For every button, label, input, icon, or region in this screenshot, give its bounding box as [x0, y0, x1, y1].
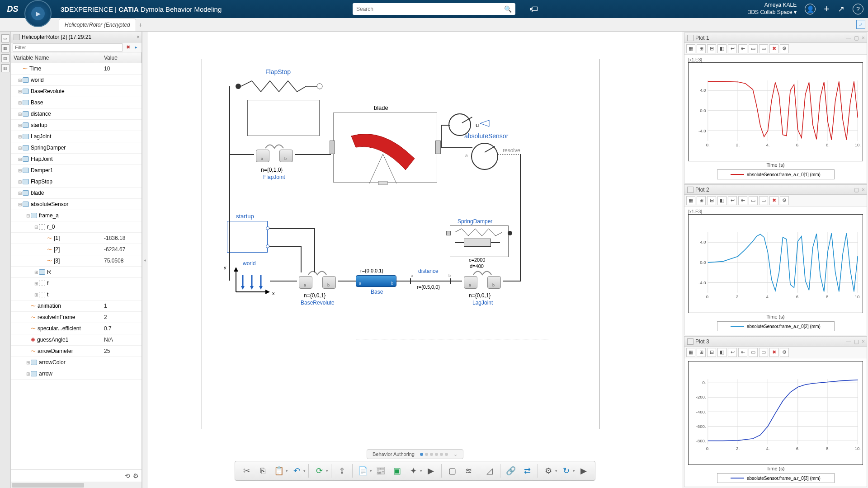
plot-tool-2[interactable]: ⊟ [707, 44, 716, 53]
plot-body[interactable]: 0.-200.-400.-600.-800.0.2.4.6.8.10.Time … [684, 358, 867, 487]
close-icon[interactable]: × [137, 34, 140, 40]
tab-helicopterrotor[interactable]: HelicopterRotor (Encrypted [59, 19, 136, 31]
tree-row[interactable]: ⊞blade [11, 188, 142, 199]
user-info[interactable]: Ameya KALE 3DS Collab Space ▾ [748, 2, 797, 16]
plot-tool-5[interactable]: ⇤ [738, 44, 747, 53]
check-button[interactable]: 📄 [355, 463, 371, 479]
reload-button[interactable]: ↻ [558, 463, 574, 479]
footer-icon-1[interactable]: ⟲ [125, 472, 130, 479]
tree-row[interactable]: ⊟r_0 [11, 221, 142, 233]
sync-button[interactable]: ⇄ [519, 463, 535, 479]
rail-btn-3[interactable]: ▤ [1, 54, 9, 62]
paste-button[interactable]: 📋 [271, 463, 287, 479]
lagjoint-block[interactable]: a b [462, 272, 503, 290]
maximize-icon[interactable]: ▢ [854, 187, 859, 193]
close-icon[interactable]: × [862, 35, 865, 41]
startup-block[interactable] [227, 221, 268, 253]
plot-tool-4[interactable]: ↩ [728, 196, 737, 205]
springdamper-block[interactable] [450, 225, 509, 257]
plot-tool-9[interactable]: ⚙ [780, 348, 789, 357]
play-button[interactable]: ▶ [423, 463, 439, 479]
plot-tool-4[interactable]: ↩ [728, 348, 737, 357]
export-button[interactable]: ⇪ [334, 463, 349, 479]
search-input[interactable] [356, 6, 504, 12]
plot-tool-6[interactable]: ▭ [749, 348, 758, 357]
plot-chart[interactable]: 4.00.0-4.00.2.4.6.8.10. [688, 62, 863, 161]
plot-tool-1[interactable]: ⊞ [697, 348, 706, 357]
rail-btn-1[interactable]: ▭ [1, 34, 9, 42]
tree-row[interactable]: ⊞Damper1 [11, 165, 142, 176]
filter-settings-icon[interactable]: ▸ [132, 44, 140, 51]
plot-tool-8[interactable]: ✖ [769, 348, 778, 357]
plot-tool-9[interactable]: ⚙ [780, 44, 789, 53]
layers-button[interactable]: ≋ [461, 463, 476, 479]
mode-dots[interactable] [419, 451, 449, 457]
tree-row[interactable]: ⊟absoluteSensor [11, 199, 142, 210]
filter-input[interactable] [13, 43, 123, 52]
plot-chart[interactable]: 0.-200.-400.-600.-800.0.2.4.6.8.10. [688, 361, 863, 465]
world-block[interactable] [227, 267, 272, 299]
tree-row[interactable]: ⊞Base [11, 97, 142, 108]
plot-tool-2[interactable]: ⊟ [707, 196, 716, 205]
tree-row[interactable]: 〜[2]-6234.67 [11, 244, 142, 255]
distance-block[interactable] [410, 278, 451, 284]
help-icon[interactable]: ? [853, 4, 863, 14]
tree-row[interactable]: 〜[1]-1836.18 [11, 233, 142, 244]
minimize-icon[interactable]: — [846, 35, 851, 41]
gauge-resolve[interactable] [471, 143, 498, 170]
plot-tool-5[interactable]: ⇤ [738, 348, 747, 357]
mode-selector[interactable]: Behavior Authoring ⌄ [367, 449, 463, 459]
tree-row[interactable]: ⊞R [11, 267, 142, 278]
tree-row[interactable]: ⊟frame_a [11, 210, 142, 221]
measure-button[interactable]: ◿ [482, 463, 497, 479]
next-button[interactable]: ▶ [576, 463, 591, 479]
flapjoint-block[interactable]: a b [254, 145, 295, 163]
tree-row[interactable]: ⊞startup [11, 120, 142, 131]
plot-chart[interactable]: 4.00.0-4.00.2.4.6.8.10. [688, 214, 863, 313]
maximize-icon[interactable]: ▢ [854, 35, 859, 41]
tree-row[interactable]: ⊞LagJoint [11, 131, 142, 142]
plot-header[interactable]: Plot 2—▢× [684, 185, 867, 195]
undo-button[interactable]: ↶ [289, 463, 304, 479]
tree-row[interactable]: ⊞arrowColor [11, 357, 142, 368]
plot-tool-8[interactable]: ✖ [769, 196, 778, 205]
base-block[interactable]: a b [356, 275, 396, 287]
search-icon[interactable]: 🔍 [504, 5, 512, 13]
plot-tool-1[interactable]: ⊞ [697, 196, 706, 205]
tree-row[interactable]: ⊞BaseRevolute [11, 86, 142, 97]
tree-row[interactable]: 〜arrowDiameter25 [11, 346, 142, 357]
plot-tool-0[interactable]: ▦ [686, 44, 695, 53]
copy-button[interactable]: ⎘ [255, 463, 270, 479]
plot-header[interactable]: Plot 3—▢× [684, 337, 867, 347]
rail-btn-2[interactable]: ▦ [1, 44, 9, 52]
add-icon[interactable]: + [824, 3, 830, 15]
tree-row[interactable]: ⊞arrow [11, 368, 142, 380]
tree-row[interactable]: 〜resolveInFrame2 [11, 312, 142, 323]
tree-row[interactable]: ✺guessAngle1N/A [11, 334, 142, 346]
refresh-button[interactable]: ⟳ [311, 463, 327, 479]
variable-browser-header[interactable]: HelicopterRotor [2] (17:29:21 × [11, 32, 142, 42]
plot-tool-7[interactable]: ▭ [759, 348, 768, 357]
collapse-panels-button[interactable]: ⤢ [856, 20, 865, 29]
mode-expand-icon[interactable]: ⌄ [453, 451, 458, 457]
tree-row[interactable]: 〜animation1 [11, 300, 142, 312]
diagram-canvas[interactable]: FlapStop Damper1 d=50 a b [147, 32, 683, 488]
plot-tool-3[interactable]: ◧ [717, 44, 726, 53]
close-icon[interactable]: × [862, 338, 865, 345]
filter-clear-icon[interactable]: ✖ [124, 44, 132, 51]
cut-button[interactable]: ✂ [239, 463, 254, 479]
col-value[interactable]: Value [101, 52, 142, 63]
tree-row[interactable]: 〜specular...efficient0.7 [11, 323, 142, 334]
link-button[interactable]: 🔗 [503, 463, 519, 479]
translate-button[interactable]: 📰 [373, 463, 388, 479]
plot-tool-4[interactable]: ↩ [728, 44, 737, 53]
plot-body[interactable]: [x1.E3]4.00.0-4.00.2.4.6.8.10.Time (s)ab… [684, 55, 867, 183]
settings-button[interactable]: ⚙ [541, 463, 556, 479]
splitter-left[interactable]: ◂ [142, 32, 147, 488]
footer-icon-2[interactable]: ⚙ [133, 472, 139, 479]
plot-tool-2[interactable]: ⊟ [707, 348, 716, 357]
tree-row[interactable]: 〜Time10 [11, 63, 142, 75]
tree-row[interactable]: ⊞t [11, 289, 142, 300]
tree-row[interactable]: ⊞distance [11, 108, 142, 120]
plot-tool-8[interactable]: ✖ [769, 44, 778, 53]
